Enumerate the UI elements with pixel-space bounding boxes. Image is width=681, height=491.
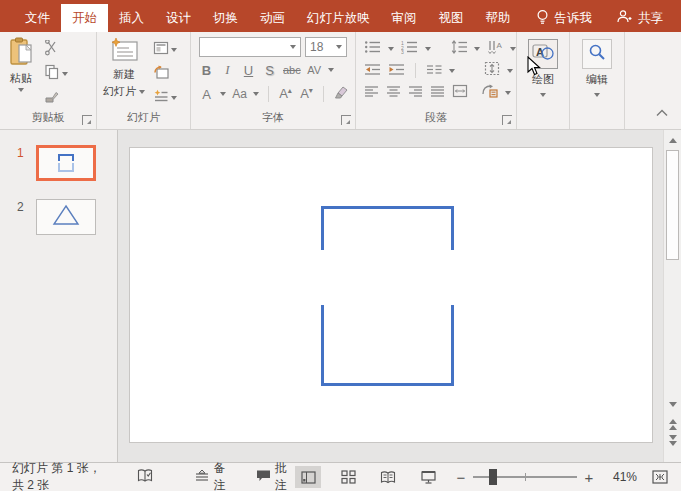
paragraph-dialog-launcher-icon[interactable] (502, 115, 512, 125)
strikethrough-button[interactable]: abc (283, 64, 301, 76)
slideshow-view-button[interactable] (415, 466, 441, 488)
zoom-slider-thumb[interactable] (489, 469, 497, 485)
slide-thumbnail-2[interactable] (36, 199, 96, 235)
slide-layout-button[interactable] (151, 40, 179, 60)
smartart-caret[interactable] (505, 91, 511, 95)
spellcheck-button[interactable] (129, 463, 161, 491)
zoom-percentage[interactable]: 41% (603, 470, 637, 484)
tab-transitions[interactable]: 切换 (202, 4, 249, 32)
character-spacing-caret[interactable] (328, 68, 334, 72)
clipboard-dialog-launcher-icon[interactable] (82, 115, 92, 125)
slide-canvas[interactable] (119, 130, 663, 462)
tab-design[interactable]: 设计 (155, 4, 202, 32)
drawing-dropdown-caret[interactable] (540, 93, 546, 97)
tab-home[interactable]: 开始 (61, 4, 108, 32)
next-slide-button[interactable] (665, 432, 681, 448)
tab-review[interactable]: 审阅 (381, 4, 428, 32)
slide-thumbnail-1[interactable] (36, 145, 96, 181)
tab-slideshow[interactable]: 幻灯片放映 (296, 4, 381, 32)
font-color-button[interactable]: A (199, 87, 214, 102)
section-button[interactable] (151, 88, 179, 108)
fit-slide-to-window-button[interactable] (647, 466, 673, 488)
share-label: 共享 (638, 10, 663, 27)
format-painter-button[interactable] (42, 88, 70, 108)
underline-button[interactable]: U (241, 63, 256, 78)
align-text-icon[interactable] (484, 61, 500, 80)
line-spacing-icon[interactable] (451, 40, 467, 58)
text-direction-caret[interactable] (510, 47, 516, 51)
square-shape-bottom-segment[interactable] (321, 305, 454, 386)
editing-button[interactable] (582, 39, 612, 69)
zoom-slider[interactable] (473, 476, 577, 478)
clear-formatting-icon[interactable] (333, 85, 348, 103)
copy-dropdown-caret[interactable] (62, 72, 68, 76)
copy-button[interactable] (42, 64, 70, 84)
reading-view-button[interactable] (375, 466, 401, 488)
scroll-up-icon (669, 138, 677, 143)
align-justify-icon[interactable] (430, 84, 445, 102)
share-button[interactable]: 共享 (616, 4, 681, 32)
decrease-font-button[interactable]: A▾ (299, 86, 314, 101)
smartart-icon[interactable] (481, 84, 498, 102)
increase-indent-icon[interactable] (388, 62, 405, 80)
paste-dropdown-caret[interactable] (18, 88, 24, 92)
new-slide-button[interactable]: 新建 幻灯片 (103, 37, 145, 108)
slide-editing-surface[interactable] (129, 147, 653, 443)
tab-animations[interactable]: 动画 (249, 4, 296, 32)
slide-number-status[interactable]: 幻灯片 第 1 张，共 2 张 (0, 463, 111, 491)
bold-button[interactable]: B (199, 63, 214, 78)
bullets-caret[interactable] (388, 47, 394, 51)
new-slide-dropdown-caret[interactable] (139, 90, 145, 94)
slide-sorter-view-button[interactable] (335, 466, 361, 488)
distribute-columns-icon[interactable] (452, 84, 468, 102)
character-spacing-button[interactable]: AV (307, 64, 322, 76)
align-center-icon[interactable] (386, 84, 401, 102)
notes-button[interactable]: 备注 (187, 463, 233, 491)
text-direction-icon[interactable]: A (487, 40, 503, 58)
normal-view-button[interactable] (295, 466, 321, 488)
decrease-indent-icon[interactable] (364, 62, 381, 80)
collapse-ribbon-chevron-icon[interactable] (655, 103, 669, 121)
change-case-button[interactable]: Aa (232, 87, 247, 101)
line-spacing-caret[interactable] (474, 47, 480, 51)
scroll-up-button[interactable] (665, 132, 681, 148)
vertical-scrollbar[interactable] (663, 130, 681, 462)
scroll-down-button[interactable] (665, 396, 681, 412)
font-size-combo[interactable]: 18 (305, 37, 347, 57)
align-text-caret[interactable] (507, 69, 513, 73)
align-right-icon[interactable] (408, 84, 423, 102)
font-group: 18 B I U S abc AV A Aa A▴ A▾ (191, 32, 356, 129)
editing-dropdown-caret[interactable] (594, 93, 600, 97)
layout-dropdown-caret[interactable] (171, 48, 177, 52)
tab-insert[interactable]: 插入 (108, 4, 155, 32)
columns-caret[interactable] (449, 69, 455, 73)
text-shadow-button[interactable]: S (262, 63, 277, 78)
cut-button[interactable] (42, 40, 70, 60)
scrollbar-thumb[interactable] (666, 150, 679, 260)
font-dialog-launcher-icon[interactable] (341, 115, 351, 125)
comments-button[interactable]: 批注 (248, 463, 295, 491)
numbering-icon[interactable]: 123 (401, 40, 418, 58)
tab-file[interactable]: 文件 (14, 4, 61, 32)
align-left-icon[interactable] (364, 84, 379, 102)
reset-slide-button[interactable] (151, 64, 179, 84)
bullets-icon[interactable] (364, 40, 381, 58)
previous-slide-button[interactable] (665, 416, 681, 432)
comments-label: 批注 (275, 460, 287, 491)
tab-view[interactable]: 视图 (428, 4, 475, 32)
section-dropdown-caret[interactable] (171, 96, 177, 100)
zoom-in-button[interactable]: + (583, 469, 595, 486)
font-color-caret[interactable] (220, 92, 226, 96)
zoom-out-button[interactable]: − (455, 469, 467, 486)
paste-button[interactable]: 粘贴 (8, 37, 34, 108)
columns-icon[interactable] (426, 62, 442, 80)
tab-help[interactable]: 帮助 (475, 4, 522, 32)
tell-me-control[interactable]: 告诉我 (536, 4, 593, 32)
italic-button[interactable]: I (220, 62, 235, 78)
increase-font-button[interactable]: A▴ (278, 86, 293, 101)
change-case-caret[interactable] (253, 92, 259, 96)
font-name-combo[interactable] (199, 37, 301, 57)
spellcheck-book-icon (137, 469, 153, 486)
numbering-caret[interactable] (425, 47, 431, 51)
square-shape-top-segment[interactable] (321, 206, 454, 250)
